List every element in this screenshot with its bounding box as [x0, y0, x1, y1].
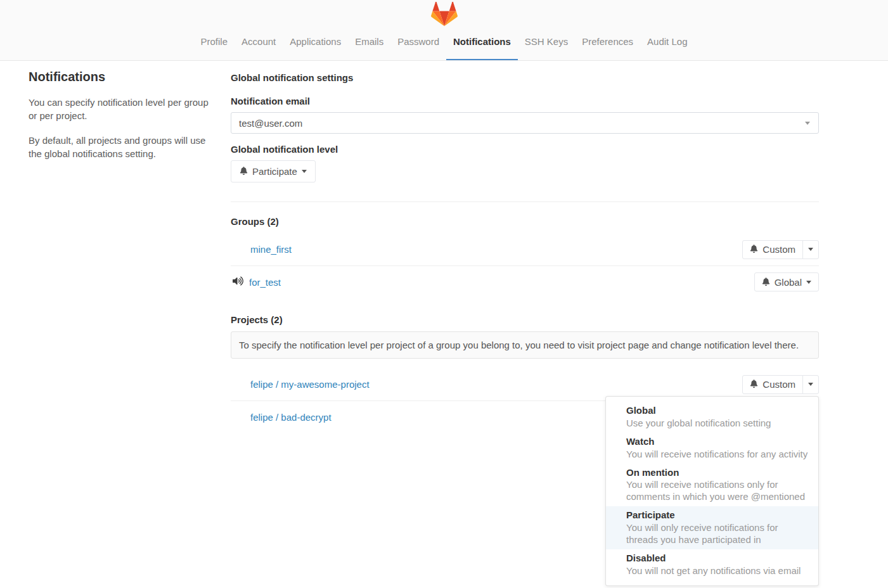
dropdown-item-global[interactable]: Global Use your global notification sett…: [606, 402, 818, 433]
projects-heading: Projects (2): [231, 314, 819, 325]
bell-icon: [750, 379, 758, 390]
projects-list: felipe / my-awesome-project Custom: [231, 368, 819, 433]
tab-notifications[interactable]: Notifications: [446, 27, 518, 60]
tab-ssh-keys[interactable]: SSH Keys: [518, 27, 575, 60]
tab-profile[interactable]: Profile: [194, 27, 235, 60]
dropdown-item-watch[interactable]: Watch You will receive notifications for…: [606, 433, 818, 464]
project-level-split-button: Custom: [742, 375, 819, 394]
sidebar: Notifications You can specify notificati…: [29, 68, 210, 433]
groups-heading: Groups (2): [231, 216, 819, 227]
global-level-value: Participate: [252, 166, 297, 177]
dropdown-item-participate[interactable]: Participate You will only receive notifi…: [606, 506, 818, 549]
groups-list: mine_first Custom: [231, 233, 819, 298]
sidebar-description-2: By default, all projects and groups will…: [29, 134, 210, 161]
caret-down-icon: [806, 281, 811, 284]
bell-icon: [762, 277, 770, 288]
page-container: Notifications You can specify notificati…: [29, 61, 819, 433]
project-level-value: Custom: [763, 379, 795, 390]
main-content: Global notification settings Notificatio…: [231, 68, 819, 433]
tab-emails[interactable]: Emails: [348, 27, 390, 60]
dropdown-item-title: Participate: [626, 509, 808, 521]
dropdown-item-description: Use your global notification setting: [626, 417, 808, 429]
global-level-label: Global notification level: [231, 144, 819, 155]
dropdown-item-description: You will receive notifications for any a…: [626, 448, 808, 460]
tab-preferences[interactable]: Preferences: [575, 27, 640, 60]
group-level-value: Global: [775, 277, 802, 288]
group-level-button[interactable]: Global: [754, 272, 819, 291]
site-header: Profile Account Applications Emails Pass…: [0, 0, 888, 61]
global-settings-heading: Global notification settings: [231, 72, 819, 83]
project-link-bad-decrypt[interactable]: felipe / bad-decrypt: [250, 412, 331, 423]
notification-level-dropdown: Global Use your global notification sett…: [605, 396, 819, 586]
group-level-button[interactable]: Custom: [742, 240, 803, 259]
bell-icon: [240, 166, 248, 177]
group-level-dropdown-toggle[interactable]: [802, 240, 819, 259]
notification-email-value: test@user.com: [239, 118, 302, 129]
dropdown-item-description: You will not get any notifications via e…: [626, 565, 808, 577]
group-row: for_test Global: [231, 265, 819, 298]
dropdown-item-description: You will only receive notifications for …: [626, 521, 808, 546]
group-level-split-button: Custom: [742, 240, 819, 259]
dropdown-item-on-mention[interactable]: On mention You will receive notification…: [606, 464, 818, 507]
profile-nav-tabs: Profile Account Applications Emails Pass…: [0, 27, 888, 60]
select-caret-icon: [805, 122, 810, 125]
volume-up-icon: [233, 276, 243, 288]
notification-email-label: Notification email: [231, 96, 819, 106]
group-level-value: Custom: [763, 244, 795, 255]
dropdown-item-title: Disabled: [626, 553, 808, 565]
gitlab-tanuki-logo-icon[interactable]: [430, 1, 458, 27]
page-title: Notifications: [29, 70, 210, 84]
dropdown-item-title: On mention: [626, 467, 808, 479]
tab-audit-log[interactable]: Audit Log: [640, 27, 694, 60]
projects-notice: To specify the notification level per pr…: [231, 331, 819, 359]
group-link-mine-first[interactable]: mine_first: [250, 244, 292, 255]
notification-email-select[interactable]: test@user.com: [231, 112, 819, 134]
group-link-for-test[interactable]: for_test: [249, 277, 281, 288]
bell-icon: [750, 244, 758, 255]
global-level-button[interactable]: Participate: [231, 160, 316, 182]
dropdown-item-description: You will receive notifications only for …: [626, 478, 808, 502]
caret-down-icon: [808, 248, 813, 251]
section-divider: [231, 201, 819, 202]
dropdown-item-title: Global: [626, 405, 808, 417]
dropdown-item-disabled[interactable]: Disabled You will not get any notificati…: [606, 549, 818, 580]
tab-applications[interactable]: Applications: [283, 27, 348, 60]
dropdown-item-title: Watch: [626, 436, 808, 448]
project-level-dropdown-toggle[interactable]: [802, 375, 819, 394]
caret-down-icon: [808, 383, 813, 386]
project-level-button[interactable]: Custom: [742, 375, 803, 394]
sidebar-description-1: You can specify notification level per g…: [29, 96, 210, 123]
project-link-my-awesome-project[interactable]: felipe / my-awesome-project: [250, 379, 370, 390]
tab-password[interactable]: Password: [390, 27, 446, 60]
caret-down-icon: [302, 170, 307, 173]
logo-container: [0, 0, 888, 27]
project-row: felipe / my-awesome-project Custom: [231, 368, 819, 400]
tab-account[interactable]: Account: [235, 27, 283, 60]
group-row: mine_first Custom: [231, 233, 819, 265]
